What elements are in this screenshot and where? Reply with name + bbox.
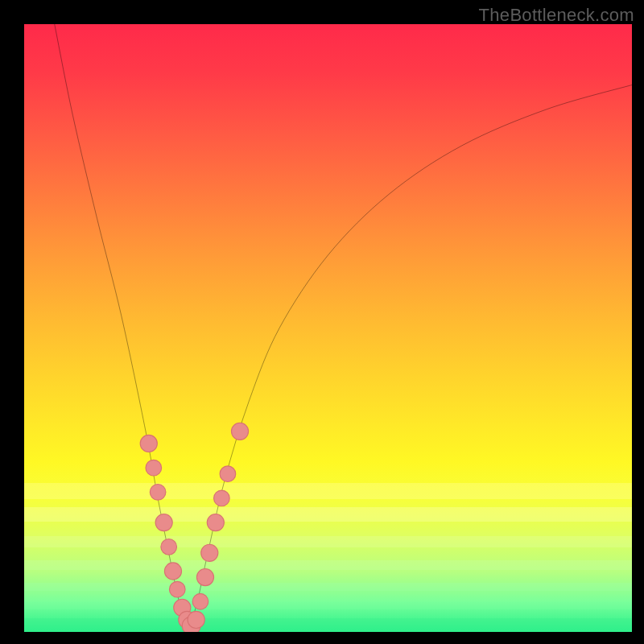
data-marker <box>196 568 213 585</box>
data-marker <box>146 460 162 476</box>
data-marker <box>207 514 224 531</box>
data-marker <box>155 514 172 531</box>
data-marker <box>192 593 208 609</box>
plot-area <box>24 24 632 632</box>
data-marker <box>201 544 218 561</box>
curve-svg <box>24 24 632 632</box>
chart-frame: TheBottleneck.com <box>0 0 644 644</box>
data-marker <box>164 563 181 580</box>
data-marker <box>169 581 185 597</box>
marker-group <box>140 423 248 632</box>
data-marker <box>150 485 166 501</box>
data-marker <box>161 539 177 555</box>
data-marker <box>214 490 230 506</box>
data-marker <box>140 435 157 452</box>
data-marker <box>220 466 236 482</box>
curve-group <box>55 24 632 632</box>
watermark-text: TheBottleneck.com <box>479 5 634 26</box>
data-marker <box>231 423 248 440</box>
series-right-branch <box>188 85 632 633</box>
data-marker <box>188 611 204 628</box>
